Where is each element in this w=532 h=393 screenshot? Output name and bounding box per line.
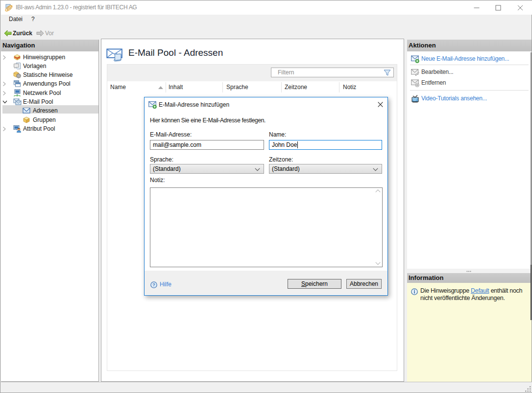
svg-text:?: ? (152, 282, 155, 287)
